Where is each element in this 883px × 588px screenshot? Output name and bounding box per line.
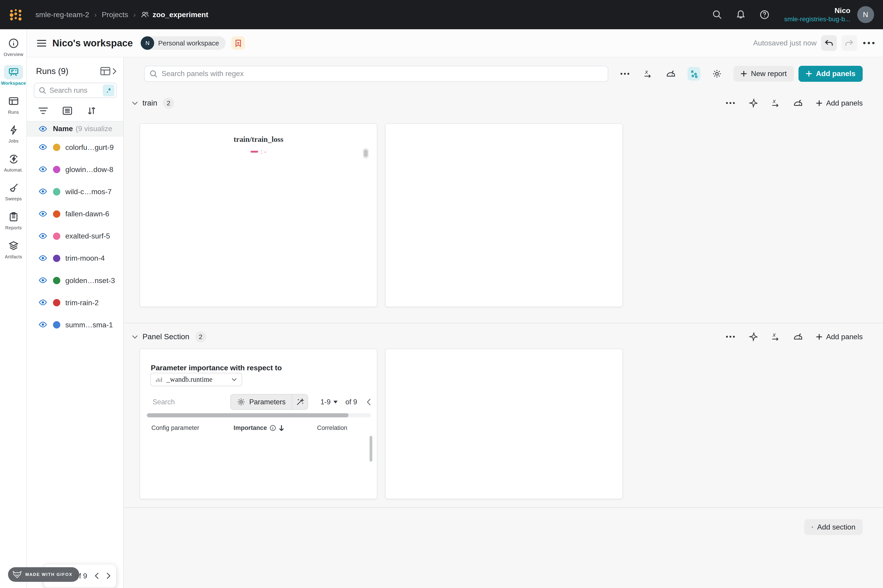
column-config-parameter[interactable]: Config parameter <box>151 424 199 432</box>
visibility-eye-icon[interactable] <box>38 142 47 153</box>
breadcrumb-project[interactable]: zoo_experiment <box>153 10 208 19</box>
panel-grip-handle[interactable] <box>363 148 369 159</box>
legend-item[interactable]: : - <box>250 148 266 155</box>
param-search-input[interactable] <box>153 398 203 406</box>
run-row[interactable]: trim-moon-4 <box>27 247 123 269</box>
column-importance[interactable]: Importance <box>234 424 285 432</box>
workspace-settings-gear-icon[interactable] <box>710 67 723 80</box>
metric-selector-dropdown[interactable]: _wandb.runtime <box>150 373 242 386</box>
sidebar-item-jobs[interactable]: Jobs <box>0 123 27 144</box>
notifications-bell-icon[interactable] <box>736 10 746 20</box>
sidebar-item-sweeps[interactable]: Sweeps <box>0 180 27 201</box>
parameters-button[interactable]: Parameters <box>231 394 292 410</box>
wandb-logo-icon[interactable] <box>7 7 24 22</box>
sidebar-item-workspace[interactable]: Workspace <box>0 65 27 86</box>
section-x-axis-icon[interactable]: x <box>769 96 782 110</box>
horizontal-scrollbar[interactable] <box>147 413 371 417</box>
section-divider <box>124 323 883 323</box>
panel-epoch-ndx[interactable] <box>385 123 623 307</box>
visibility-eye-icon[interactable] <box>38 253 47 263</box>
group-list-icon[interactable] <box>63 106 72 116</box>
visibility-eye-icon[interactable] <box>38 125 47 132</box>
run-row[interactable]: trim-rain-2 <box>27 292 123 314</box>
toolbar-more-options-icon[interactable] <box>618 67 631 80</box>
section-pin-sparkle-icon[interactable] <box>746 330 760 344</box>
new-report-button[interactable]: New report <box>733 66 794 81</box>
workspace-board-icon <box>4 65 23 80</box>
svg-text:x: x <box>772 332 776 338</box>
section-name[interactable]: Panel Section <box>142 332 189 341</box>
run-row[interactable]: golden…nset-3 <box>27 270 123 292</box>
unsaved-bookmark-icon[interactable] <box>231 36 245 50</box>
help-icon[interactable] <box>759 10 769 20</box>
user-org-link[interactable]: smle-registries-bug-b... <box>784 15 850 23</box>
section-pin-sparkle-icon[interactable] <box>746 96 760 110</box>
run-list-header[interactable]: Name (9 visualize <box>27 121 123 136</box>
visibility-eye-icon[interactable] <box>38 165 47 175</box>
section-more-options-icon[interactable] <box>724 330 737 344</box>
visibility-eye-icon[interactable] <box>38 320 47 330</box>
next-page-chevron-icon[interactable] <box>106 573 111 579</box>
filter-icon[interactable] <box>38 106 48 116</box>
param-page-range[interactable]: 1-9 <box>321 398 331 406</box>
previous-page-chevron-icon[interactable] <box>94 573 99 579</box>
user-block[interactable]: Nico smle-registries-bug-b... <box>784 6 850 23</box>
panel-search-input[interactable] <box>162 69 608 78</box>
autosave-status: Autosaved just now <box>753 39 817 47</box>
collapse-chevron-down-icon[interactable] <box>132 101 138 105</box>
panel-cpu-threads[interactable] <box>385 349 623 499</box>
vertical-scrollbar[interactable] <box>370 436 372 462</box>
sidebar-item-artifacts[interactable]: Artifacts <box>0 238 27 260</box>
sidebar-item-runs[interactable]: Runs <box>0 94 27 115</box>
global-search-icon[interactable] <box>712 10 722 20</box>
magic-wand-icon[interactable] <box>292 394 308 410</box>
chevron-left-icon[interactable] <box>367 398 371 406</box>
add-panels-button[interactable]: Add panels <box>799 66 863 81</box>
run-row[interactable]: colorfu…gurt-9 <box>27 136 123 159</box>
section-smoothing-iron-icon[interactable] <box>791 96 805 110</box>
visibility-eye-icon[interactable] <box>38 187 47 197</box>
breadcrumb-separator: › <box>133 10 136 19</box>
sidebar-item-automat[interactable]: Automat. <box>0 152 27 173</box>
undo-button[interactable] <box>821 35 837 51</box>
section-more-options-icon[interactable] <box>724 96 737 110</box>
sidebar-item-reports[interactable]: Reports <box>0 210 27 231</box>
personal-workspace-badge[interactable]: N Personal workspace <box>141 36 226 50</box>
smoothing-iron-icon[interactable] <box>664 67 677 80</box>
section-x-axis-icon[interactable]: x <box>769 330 782 344</box>
run-name: fallen-dawn-6 <box>65 210 109 218</box>
add-section-button[interactable]: Add section <box>804 519 863 535</box>
run-row[interactable]: fallen-dawn-6 <box>27 203 123 225</box>
panel-parameter-importance[interactable]: Parameter importance with respect to _wa… <box>139 349 377 499</box>
panel-train-loss[interactable]: train/train_loss: - <box>139 123 377 307</box>
regex-toggle-button[interactable]: .* <box>103 84 115 96</box>
x-axis-settings-icon[interactable]: x <box>642 67 654 80</box>
run-row[interactable]: exalted-surf-5 <box>27 225 123 247</box>
visibility-eye-icon[interactable] <box>38 231 47 241</box>
collapse-chevron-down-icon[interactable] <box>132 335 138 339</box>
section-add-panels-button[interactable]: Add panels <box>816 99 863 107</box>
column-correlation[interactable]: Correlation <box>317 424 348 432</box>
open-runs-table-button[interactable] <box>100 67 117 75</box>
hamburger-menu-icon[interactable] <box>36 39 46 47</box>
sidebar-item-overview[interactable]: Overview <box>0 36 27 57</box>
visibility-eye-icon[interactable] <box>38 276 47 286</box>
param-pagination[interactable]: 1-9 of 9 <box>321 398 357 406</box>
runs-search-input[interactable] <box>49 86 101 94</box>
run-row[interactable]: wild-c…mos-7 <box>27 181 123 203</box>
run-row[interactable]: summ…sma-1 <box>27 314 123 336</box>
section-smoothing-iron-icon[interactable] <box>791 330 805 344</box>
page-title: Nico's workspace <box>52 38 133 49</box>
visibility-eye-icon[interactable] <box>38 209 47 219</box>
run-row[interactable]: glowin…dow-8 <box>27 159 123 181</box>
breadcrumb-team[interactable]: smle-reg-team-2 <box>35 10 89 19</box>
sort-icon[interactable] <box>87 106 96 116</box>
section-name[interactable]: train <box>142 99 157 107</box>
scatter-points-icon[interactable] <box>688 67 700 80</box>
section-add-panels-button[interactable]: Add panels <box>816 333 863 341</box>
visibility-eye-icon[interactable] <box>38 298 47 308</box>
user-avatar[interactable]: N <box>857 6 874 23</box>
header-more-options-icon[interactable] <box>863 41 875 45</box>
redo-button[interactable] <box>841 35 857 51</box>
breadcrumb-projects[interactable]: Projects <box>102 10 128 19</box>
